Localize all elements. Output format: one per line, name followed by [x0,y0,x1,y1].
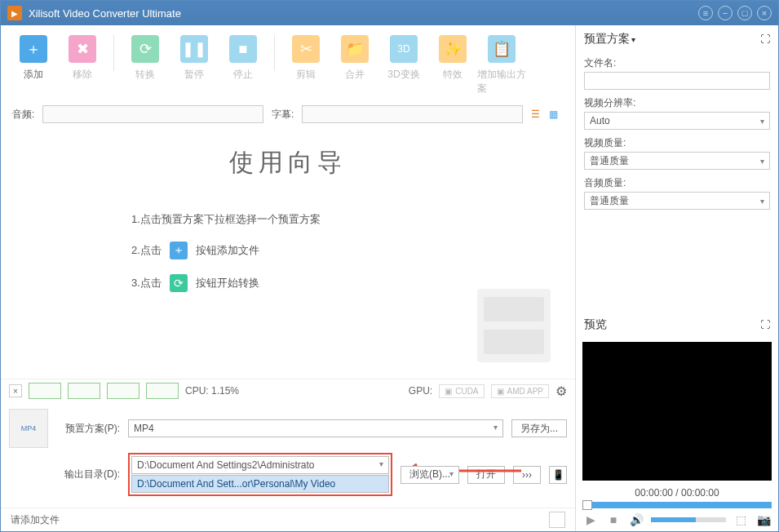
status-bar: 请添加文件 [1,508,575,531]
right-panel: 预置方案▾ ⛶ 文件名: 视频分辨率:Auto 视频质量:普通质量 音频质量:普… [576,25,778,531]
effect-button[interactable]: ✨特效 [428,35,477,82]
aquality-label: 音频质量: [584,177,626,188]
subtitle-label: 字幕: [272,108,294,122]
merge-button[interactable]: 📁合并 [330,35,379,82]
snapshot-range-icon[interactable]: ⬚ [733,513,749,526]
audio-combo[interactable] [42,105,263,123]
output-highlight: D:\Document And Settings2\Administrato D… [128,453,392,496]
vquality-label: 视频质量: [584,137,626,149]
cpu-graph-1 [29,383,61,399]
output-hint[interactable]: D:\Document And Sett...or\Personal\My Vi… [131,475,389,493]
play-button[interactable]: ▶ [582,513,599,526]
list-view-icon[interactable]: ☰ [531,109,546,120]
filename-label: 文件名: [584,57,616,69]
add-button[interactable]: ＋添加 [9,35,58,82]
close-button[interactable]: × [757,6,772,20]
convert-button[interactable]: ⟳转换 [121,35,170,82]
wizard-step-2: 2.点击 ＋ 按钮添加文件 [131,242,542,259]
gear-icon[interactable]: ⚙ [555,383,567,399]
wizard-title: 使用向导 [33,146,542,180]
device-button[interactable]: 📱 [549,466,567,484]
system-row: × CPU: 1.15% GPU: ▣ CUDA ▣ AMD APP ⚙ [1,379,575,402]
add-profile-button[interactable]: 📋增加输出方案 [477,35,526,95]
aquality-combo[interactable]: 普通质量 [584,192,770,210]
cpu-graph-4 [146,383,179,399]
amd-badge[interactable]: ▣ AMD APP [491,384,549,398]
resolution-combo[interactable]: Auto [584,112,770,130]
bottom-panel: MP4 预置方案(P): MP4 另存为... 输出目录(D): D:\Docu… [1,402,575,508]
volume-slider[interactable] [651,517,726,522]
expand-preview-icon[interactable]: ⛶ [760,319,770,330]
close-sys-button[interactable]: × [9,384,22,397]
plus-icon: ＋ [170,242,188,259]
app-logo-icon: ▶ [7,6,22,20]
preview-video [582,342,772,481]
output-combo[interactable]: D:\Document And Settings2\Administrato [131,456,389,474]
volume-icon[interactable]: 🔊 [628,513,644,526]
cpu-graph-3 [107,383,139,399]
profile-label: 预置方案(P): [56,422,120,436]
stop-button[interactable]: ■停止 [219,35,268,82]
wizard-step-1: 1.点击预置方案下拉框选择一个预置方案 [131,212,542,227]
resolution-label: 视频分辨率: [584,97,635,109]
convert-icon: ⟳ [170,274,188,292]
status-icon[interactable] [549,512,565,528]
filename-input[interactable] [584,72,770,90]
maximize-button[interactable]: □ [737,6,752,20]
subtitle-combo[interactable] [302,105,523,123]
pause-button[interactable]: ❚❚暂停 [170,35,219,82]
browse-button[interactable]: 浏览(B)... [401,466,459,484]
status-text: 请添加文件 [11,513,60,527]
preview-slider[interactable] [582,502,772,508]
wizard-area: 使用向导 1.点击预置方案下拉框选择一个预置方案 2.点击 ＋ 按钮添加文件 3… [1,130,575,379]
preview-section-title: 预览 ⛶ [576,311,778,339]
cpu-graph-2 [68,383,100,399]
remove-button[interactable]: ✖移除 [58,35,107,82]
menu-button[interactable]: ≡ [698,6,713,20]
av-row: 音频: 字幕: ☰ ▦ [1,99,575,130]
expand-preset-icon[interactable]: ⛶ [760,33,770,45]
format-icon[interactable]: MP4 [9,409,48,448]
stop-preview-button[interactable]: ■ [605,513,622,526]
minimize-button[interactable]: − [718,6,733,20]
output-label: 输出目录(D): [56,468,120,481]
cuda-badge[interactable]: ▣ CUDA [439,384,484,398]
vquality-combo[interactable]: 普通质量 [584,152,770,170]
cpu-label: CPU: 1.15% [185,385,239,397]
preview-controls: ▶ ■ 🔊 ⬚ 📷 [576,508,778,531]
cut-button[interactable]: ✂剪辑 [281,35,330,82]
app-title: Xilisoft Video Converter Ultimate [29,7,181,20]
preview-time: 00:00:00 / 00:00:00 [576,484,778,502]
audio-label: 音频: [12,108,34,122]
title-bar: ▶ Xilisoft Video Converter Ultimate ≡ − … [1,1,778,25]
profile-combo[interactable]: MP4 [128,419,503,437]
save-as-button[interactable]: 另存为... [511,419,567,437]
snapshot-button[interactable]: 📷 [755,513,772,526]
preset-section-title: 预置方案▾ ⛶ [576,25,778,53]
3d-button[interactable]: 3D3D变换 [379,35,428,82]
grid-view-icon[interactable]: ▦ [549,109,564,120]
main-toolbar: ＋添加 ✖移除 ⟳转换 ❚❚暂停 ■停止 ✂剪辑 📁合并 3D3D变换 ✨特效 … [1,25,575,99]
gpu-label: GPU: [409,385,432,397]
film-placeholder-icon [477,289,551,362]
